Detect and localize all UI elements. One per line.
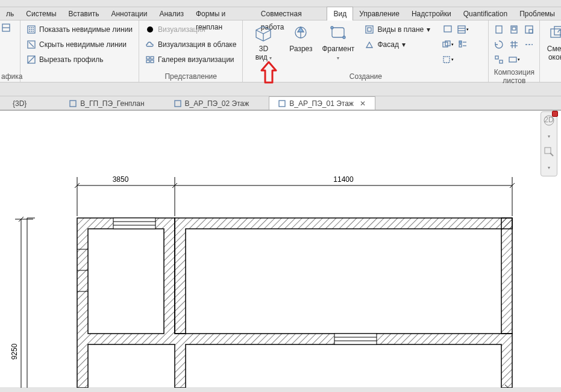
navbar-close-icon[interactable] — [552, 111, 558, 117]
menu-item-systems[interactable]: Системы — [20, 7, 62, 20]
cut-profile-icon — [27, 55, 36, 64]
svg-rect-14 — [151, 60, 154, 63]
section-icon — [291, 24, 310, 43]
menu-item-analysis[interactable]: Анализ — [153, 7, 190, 20]
render-cloud-button[interactable]: Визуализация в облаке — [143, 38, 239, 51]
svg-rect-37 — [529, 30, 533, 33]
3d-view-button[interactable]: 3Dвид ▾ — [246, 23, 280, 63]
hide-hidden-lines-label: Скрыть невидимые линии — [39, 40, 127, 49]
svg-rect-69 — [334, 334, 377, 344]
view-tab-genplan[interactable]: В_ГП_ПЭ_Генплан — [60, 96, 153, 110]
view-tab-3d[interactable]: {3D} — [4, 96, 36, 110]
viewport-icon[interactable]: ▾ — [507, 53, 521, 66]
svg-rect-29 — [459, 45, 462, 47]
section-label: Разрез — [289, 45, 312, 53]
drawing-canvas[interactable]: 3850 11400 9250 — [0, 110, 561, 387]
plan-views-label: Виды в плане — [377, 25, 424, 34]
svg-rect-23 — [458, 26, 465, 33]
menu-item-insert[interactable]: Вставить — [63, 7, 105, 20]
menu-item-addins[interactable]: Надстройки — [406, 7, 457, 20]
close-tab-button[interactable]: ✕ — [359, 100, 366, 107]
elevation-icon — [365, 40, 374, 49]
view-tab-floor1[interactable]: В_АР_ПЭ_01 Этаж ✕ — [269, 96, 375, 110]
sheet-icon[interactable] — [492, 23, 506, 36]
view-icon[interactable] — [507, 23, 521, 36]
svg-rect-49 — [70, 101, 76, 107]
ribbon-panel-graphics: Показать невидимые линии Скрыть невидимы… — [20, 20, 139, 82]
title-block-icon[interactable] — [522, 23, 536, 36]
section-button[interactable]: Разрез — [284, 23, 318, 53]
svg-point-10 — [149, 28, 151, 31]
hide-hidden-lines-button[interactable]: Скрыть невидимые линии — [24, 38, 135, 51]
plan-view-icon — [278, 99, 286, 108]
switch-windows-icon — [548, 24, 561, 43]
navigation-bar: 2D ▾ ▾ — [541, 111, 557, 176]
hide-hidden-lines-icon — [27, 40, 36, 49]
nav-dropdown-icon[interactable]: ▾ — [543, 130, 555, 142]
nav-dropdown-icon[interactable]: ▾ — [543, 161, 555, 173]
svg-rect-20 — [366, 26, 373, 33]
menu-item-quantification[interactable]: Quantification — [457, 7, 513, 20]
svg-rect-12 — [151, 57, 154, 59]
render-gallery-icon — [145, 55, 155, 64]
svg-rect-47 — [554, 26, 561, 35]
view-tab-label: В_ГП_ПЭ_Генплан — [80, 99, 144, 108]
svg-rect-21 — [368, 28, 371, 31]
drafting-view-icon[interactable] — [441, 23, 454, 36]
svg-line-79 — [550, 153, 553, 156]
scope-box-icon[interactable]: ▾ — [441, 53, 454, 66]
callout-button[interactable]: Фрагмент▾ — [321, 23, 355, 63]
panel-spacer — [24, 70, 135, 81]
elevation-button[interactable]: Фасад ▾ — [362, 38, 433, 51]
dropdown-icon: ▾ — [402, 40, 406, 49]
ribbon-panel-create: 3Dвид ▾ Разрез Фрагмент▾ Виды в плане ▾ — [243, 20, 489, 82]
dimension-11400: 11400 — [333, 175, 354, 184]
view-tab-label: {3D} — [13, 99, 27, 108]
menu-item-issues[interactable]: Проблемы — [513, 7, 561, 20]
svg-rect-17 — [332, 28, 344, 37]
quick-access-toolbar — [0, 0, 561, 7]
svg-point-18 — [331, 26, 333, 29]
ribbon-panel-presentation: Визуализация Визуализация в облаке Галер… — [139, 20, 243, 82]
3d-view-icon — [254, 24, 273, 43]
render-icon — [145, 25, 155, 34]
menu-item-massing[interactable]: Формы и генплан — [190, 7, 255, 20]
zoom-icon[interactable] — [543, 146, 555, 158]
legend-icon[interactable] — [456, 38, 469, 51]
switch-windows-button[interactable]: Сменаокон ▾ — [544, 23, 561, 63]
show-hidden-lines-button[interactable]: Показать невидимые линии — [24, 23, 135, 36]
svg-rect-44 — [500, 60, 503, 63]
view-tab-label: В_АР_ПЭ_02 Этаж — [185, 99, 249, 108]
render-cloud-label: Визуализация в облаке — [158, 40, 236, 49]
matchline-icon[interactable] — [522, 38, 536, 51]
svg-rect-78 — [545, 148, 551, 154]
revisions-icon[interactable] — [492, 38, 506, 51]
menu-item-view[interactable]: Вид — [327, 7, 353, 20]
render-button: Визуализация — [143, 23, 239, 36]
menu-item-collaborate[interactable]: Совместная работа — [255, 7, 327, 20]
panel-label-sheets: Композиция листов — [492, 66, 536, 85]
switch-windows-label: Сменаокон ▾ — [547, 45, 561, 63]
menu-item-manage[interactable]: Управление — [353, 7, 406, 20]
render-gallery-button[interactable]: Галерея визуализации — [143, 53, 239, 66]
duplicate-view-icon[interactable]: ▾ — [441, 38, 454, 51]
elevation-label: Фасад — [377, 40, 398, 49]
svg-rect-51 — [279, 101, 285, 107]
svg-rect-43 — [495, 56, 498, 59]
view-tab-label: В_АР_ПЭ_01 Этаж — [289, 99, 354, 108]
menu-item-file-fragment[interactable]: ль — [0, 7, 20, 20]
svg-rect-33 — [496, 26, 502, 33]
graphics-icon[interactable] — [1, 23, 11, 34]
guide-grid-icon[interactable] — [507, 38, 521, 51]
menu-item-annotations[interactable]: Аннотации — [105, 7, 153, 20]
schedule-icon[interactable]: ▾ — [456, 23, 469, 36]
render-cloud-icon — [145, 40, 155, 49]
view-reference-icon[interactable] — [492, 53, 506, 66]
view-tab-floor2[interactable]: В_АР_ПЭ_02 Этаж — [165, 96, 259, 110]
create-misc-button[interactable] — [362, 53, 433, 66]
plan-views-button[interactable]: Виды в плане ▾ — [362, 23, 433, 36]
dimension-3850: 3850 — [113, 175, 129, 184]
3d-view-label: 3Dвид ▾ — [255, 45, 272, 63]
cut-profile-button[interactable]: Вырезать профиль — [24, 53, 135, 66]
show-hidden-lines-label: Показать невидимые линии — [39, 25, 133, 34]
